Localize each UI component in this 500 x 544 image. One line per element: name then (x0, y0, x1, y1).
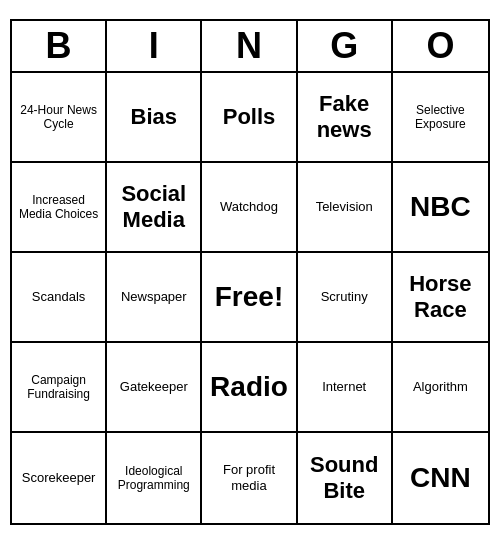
cell-17-text: Gatekeeper (120, 379, 188, 395)
cell-5-text: Selective Exposure (397, 103, 484, 132)
cell-3[interactable]: Polls (202, 73, 297, 163)
cell-2-text: Bias (131, 104, 177, 130)
cell-23[interactable]: For profit media (202, 433, 297, 523)
cell-9[interactable]: Television (298, 163, 393, 253)
cell-20-text: Algorithm (413, 379, 468, 395)
cell-6[interactable]: Increased Media Choices (12, 163, 107, 253)
cell-4[interactable]: Fake news (298, 73, 393, 163)
cell-8[interactable]: Watchdog (202, 163, 297, 253)
cell-13-text: Free! (215, 280, 283, 314)
cell-17[interactable]: Gatekeeper (107, 343, 202, 433)
cell-11[interactable]: Scandals (12, 253, 107, 343)
cell-19-text: Internet (322, 379, 366, 395)
cell-24-text: Sound Bite (302, 452, 387, 505)
cell-15-text: Horse Race (397, 271, 484, 324)
bingo-grid: 24-Hour News Cycle Bias Polls Fake news … (12, 73, 488, 523)
cell-10-text: NBC (410, 190, 471, 224)
cell-21-text: Scorekeeper (22, 470, 96, 486)
cell-13-free[interactable]: Free! (202, 253, 297, 343)
cell-8-text: Watchdog (220, 199, 278, 215)
cell-19[interactable]: Internet (298, 343, 393, 433)
cell-20[interactable]: Algorithm (393, 343, 488, 433)
cell-21[interactable]: Scorekeeper (12, 433, 107, 523)
cell-14-text: Scrutiny (321, 289, 368, 305)
cell-1-text: 24-Hour News Cycle (16, 103, 101, 132)
cell-18-text: Radio (210, 370, 288, 404)
header-i: I (107, 21, 202, 71)
cell-12[interactable]: Newspaper (107, 253, 202, 343)
cell-3-text: Polls (223, 104, 276, 130)
cell-25-text: CNN (410, 461, 471, 495)
cell-16-text: Campaign Fundraising (16, 373, 101, 402)
cell-6-text: Increased Media Choices (16, 193, 101, 222)
cell-22-text: Ideological Programming (111, 464, 196, 493)
cell-18[interactable]: Radio (202, 343, 297, 433)
header-n: N (202, 21, 297, 71)
cell-4-text: Fake news (302, 91, 387, 144)
cell-7[interactable]: Social Media (107, 163, 202, 253)
cell-5[interactable]: Selective Exposure (393, 73, 488, 163)
cell-25[interactable]: CNN (393, 433, 488, 523)
header-o: O (393, 21, 488, 71)
cell-14[interactable]: Scrutiny (298, 253, 393, 343)
cell-9-text: Television (316, 199, 373, 215)
cell-23-text: For profit media (206, 462, 291, 493)
cell-7-text: Social Media (111, 181, 196, 234)
cell-22[interactable]: Ideological Programming (107, 433, 202, 523)
cell-11-text: Scandals (32, 289, 85, 305)
bingo-card: B I N G O 24-Hour News Cycle Bias Polls … (10, 19, 490, 525)
cell-1[interactable]: 24-Hour News Cycle (12, 73, 107, 163)
cell-16[interactable]: Campaign Fundraising (12, 343, 107, 433)
cell-10[interactable]: NBC (393, 163, 488, 253)
cell-12-text: Newspaper (121, 289, 187, 305)
header-g: G (298, 21, 393, 71)
header-b: B (12, 21, 107, 71)
cell-2[interactable]: Bias (107, 73, 202, 163)
cell-24[interactable]: Sound Bite (298, 433, 393, 523)
cell-15[interactable]: Horse Race (393, 253, 488, 343)
bingo-header: B I N G O (12, 21, 488, 73)
